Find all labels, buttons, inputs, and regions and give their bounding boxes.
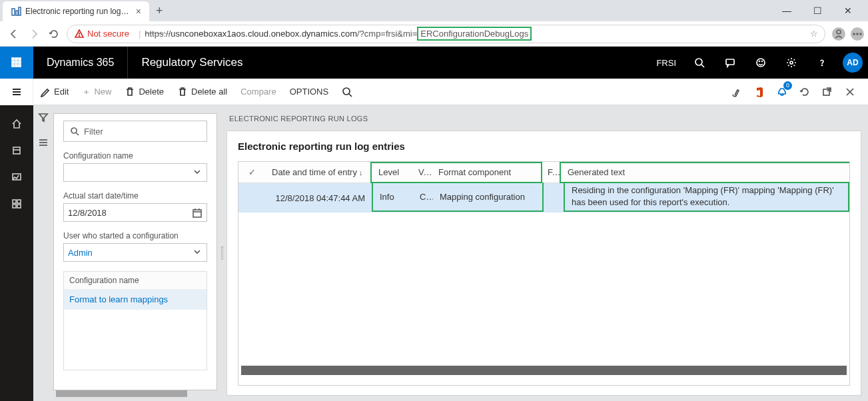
svg-rect-13	[15, 61, 17, 63]
chat-icon[interactable]	[715, 47, 745, 79]
svg-rect-11	[19, 58, 21, 60]
svg-point-44	[71, 128, 77, 133]
row-date: 12/8/2018 04:47:44 AM	[265, 193, 372, 203]
close-form-icon[interactable]	[839, 79, 861, 105]
edit-button[interactable]: Edit	[33, 79, 75, 105]
window-minimize[interactable]: —	[773, 1, 800, 20]
card-title: Electronic reporting run log entries	[238, 141, 850, 152]
svg-point-6	[853, 33, 855, 35]
col-f[interactable]: F...	[541, 167, 561, 177]
hamburger-icon[interactable]	[0, 79, 33, 105]
window-close[interactable]: ✕	[835, 1, 861, 20]
office-icon[interactable]	[748, 79, 771, 105]
svg-rect-14	[19, 61, 21, 63]
date-label: Actual start date/time	[63, 191, 207, 200]
svg-rect-0	[12, 9, 15, 15]
svg-point-22	[759, 61, 760, 62]
tab-close-icon[interactable]: ×	[136, 6, 141, 17]
sort-arrow-icon: ↓	[359, 169, 363, 177]
grid-h-scrollbar[interactable]	[241, 366, 847, 375]
notification-icon[interactable]	[771, 79, 793, 105]
col-text[interactable]: Generated text	[561, 167, 849, 179]
funnel-icon[interactable]	[38, 112, 49, 125]
sublist-item[interactable]: Format to learn mappings	[64, 289, 207, 310]
window-maximize[interactable]: ☐	[804, 1, 831, 20]
search-icon[interactable]	[684, 47, 715, 79]
nav-modules-icon[interactable]	[0, 191, 33, 217]
svg-rect-9	[12, 58, 14, 60]
col-component[interactable]: Format component	[432, 167, 541, 177]
content-area: ELECTRONIC REPORTING RUN LOGS Electronic…	[224, 105, 868, 401]
filter-search-input[interactable]: Filter	[63, 121, 207, 142]
compare-button[interactable]: Compare	[234, 79, 282, 105]
list-icon[interactable]	[38, 137, 49, 151]
svg-point-8	[860, 33, 861, 35]
svg-rect-2	[19, 7, 21, 15]
col-level[interactable]: Level	[372, 167, 412, 177]
col-select[interactable]: ✓	[238, 167, 265, 177]
user-avatar-browser[interactable]	[832, 27, 845, 41]
help-icon[interactable]	[807, 47, 837, 79]
new-tab-button[interactable]: +	[149, 4, 170, 18]
gear-icon[interactable]	[776, 47, 807, 79]
table-row[interactable]: 12/8/2018 04:47:44 AM Info C... Mapping …	[238, 183, 849, 212]
window-controls: — ☐ ✕	[773, 1, 865, 20]
toolbar-search-icon[interactable]	[335, 79, 362, 105]
config-name-select[interactable]	[63, 163, 207, 182]
browser-menu-icon[interactable]	[851, 27, 864, 41]
nav-back-icon[interactable]	[4, 24, 24, 44]
svg-line-30	[349, 94, 352, 97]
url-input[interactable]: Not secure | https://usnconeboxax1aos.cl…	[67, 25, 825, 43]
nav-forward-icon[interactable]	[24, 24, 44, 44]
nav-home-icon[interactable]	[0, 111, 33, 137]
filter-panel-wrapper: Filter Configuration name Actual start d…	[53, 105, 220, 401]
svg-rect-38	[17, 200, 21, 203]
product-name[interactable]: Dynamics 365	[33, 47, 128, 79]
svg-rect-20	[726, 59, 734, 65]
browser-tab-bar: Electronic reporting run logs -- R... × …	[0, 0, 868, 21]
delete-all-button[interactable]: Delete all	[171, 79, 234, 105]
filter-panel: Filter Configuration name Actual start d…	[53, 113, 217, 390]
delete-button[interactable]: Delete	[118, 79, 171, 105]
svg-rect-12	[12, 61, 14, 63]
refresh-icon[interactable]	[793, 79, 816, 105]
url-bar: Not secure | https://usnconeboxax1aos.cl…	[0, 21, 868, 47]
popout-icon[interactable]	[816, 79, 839, 105]
svg-rect-16	[15, 65, 17, 67]
tab-site-icon	[11, 7, 20, 16]
svg-rect-46	[193, 210, 201, 217]
row-v: C...	[413, 192, 433, 202]
svg-line-45	[76, 133, 79, 135]
svg-rect-1	[16, 11, 18, 15]
col-v[interactable]: V...	[412, 167, 432, 177]
nav-workspaces-icon[interactable]	[0, 164, 33, 191]
options-button[interactable]: OPTIONS	[283, 79, 336, 105]
col-date[interactable]: Date and time of entry↓	[265, 167, 372, 177]
browser-right-icons	[832, 27, 864, 41]
attach-icon[interactable]	[725, 79, 748, 105]
svg-point-5	[837, 30, 841, 34]
filter-panel-scrollbar[interactable]	[56, 390, 187, 397]
grid-header: ✓ Date and time of entry↓ Level V... For…	[238, 162, 849, 183]
config-name-label: Configuration name	[63, 151, 207, 161]
tab-title: Electronic reporting run logs -- R...	[25, 7, 131, 16]
service-name[interactable]: Regulatory Services	[128, 47, 256, 79]
new-button[interactable]: ＋New	[75, 79, 118, 105]
browser-tab[interactable]: Electronic reporting run logs -- R... ×	[3, 1, 149, 21]
svg-rect-15	[12, 65, 14, 67]
app-launcher-icon[interactable]	[0, 47, 33, 79]
nav-recent-icon[interactable]	[0, 137, 33, 164]
smile-icon[interactable]	[745, 47, 776, 79]
nav-reload-icon[interactable]	[44, 24, 64, 44]
calendar-icon[interactable]	[192, 208, 203, 220]
star-icon[interactable]: ☆	[810, 29, 818, 39]
company-picker[interactable]: FRSI	[648, 47, 684, 79]
date-input[interactable]: 12/8/2018	[63, 203, 207, 222]
svg-point-25	[822, 65, 823, 66]
svg-point-23	[762, 61, 763, 62]
user-avatar[interactable]: AD	[837, 47, 868, 79]
sublist-header: Configuration name	[64, 272, 207, 289]
svg-rect-40	[17, 204, 21, 208]
svg-rect-34	[13, 147, 20, 154]
user-select[interactable]: Admin	[63, 243, 207, 262]
